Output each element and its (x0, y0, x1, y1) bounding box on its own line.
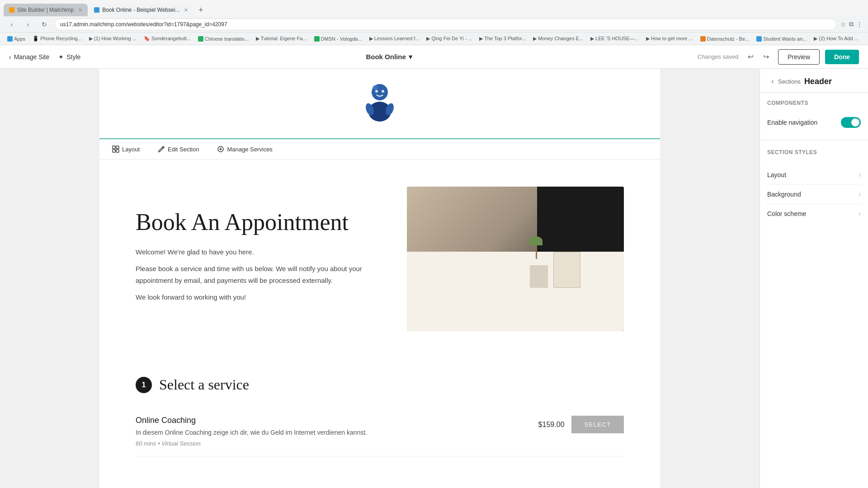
undo-button[interactable]: ↩ (744, 50, 757, 64)
enable-navigation-row: Enable navigation (767, 113, 861, 132)
desk-small-decoration (530, 265, 548, 288)
layout-toolbar-button[interactable]: Layout (108, 144, 143, 155)
tab2-label: Book Online - Beispiel Websei... (102, 7, 179, 13)
edit-icon (158, 145, 165, 153)
bookmarks-bar: Apps 📱 Phone Recycling... ▶ (1) How Work… (0, 33, 868, 45)
section-toolbar: Layout Edit Section (99, 138, 660, 160)
bookmark-tutorial[interactable]: ▶ Tutorial: Eigene Fa... (254, 35, 309, 42)
hero-image-inner (407, 187, 624, 331)
site-title-text: Book Online (366, 53, 406, 61)
manage-site-label: Manage Site (14, 53, 50, 61)
preview-button[interactable]: Preview (778, 49, 820, 65)
logo-character-icon (362, 82, 398, 123)
svg-rect-7 (113, 146, 115, 149)
layout-nav-label: Layout (767, 171, 786, 178)
extensions-icon[interactable]: ⧉ (849, 20, 854, 28)
bookmark-apps[interactable]: Apps (5, 35, 27, 42)
background-nav-label: Background (767, 191, 801, 198)
star-icon[interactable]: ☆ (840, 21, 846, 28)
service-section-title: Select a service (159, 376, 249, 393)
service-desc: In diesem Online Coaching zeige ich dir,… (136, 428, 538, 437)
service-price: $159.00 (538, 421, 565, 429)
hero-content: Book An Appointment Welcome! We're glad … (136, 209, 407, 308)
svg-rect-8 (116, 146, 119, 149)
tab1-label: Site Builder | Mailchimp (17, 7, 74, 13)
svg-rect-9 (113, 150, 115, 152)
components-title: Components (767, 100, 861, 106)
tab2-favicon (94, 7, 99, 13)
manage-site-button[interactable]: ‹ Manage Site (9, 53, 49, 61)
layout-nav-row[interactable]: Layout › (767, 165, 861, 185)
forward-button[interactable]: › (22, 18, 34, 31)
bookmark-how-get[interactable]: ▶ How to get more ... (644, 35, 695, 42)
desk-plant-decoration (536, 241, 537, 259)
hero-title: Book An Appointment (136, 209, 380, 235)
bookmark-sonder[interactable]: 🔖 Sonderangebotl... (142, 35, 193, 42)
changes-saved-label: Changes saved (698, 53, 738, 60)
back-button[interactable]: ‹ (5, 18, 18, 31)
service-name: Online Coaching (136, 416, 538, 425)
layout-icon (112, 145, 119, 153)
manage-services-button[interactable]: Manage Services (213, 144, 276, 155)
bookmark-phone[interactable]: 📱 Phone Recycling... (31, 35, 84, 42)
logo-area (99, 69, 660, 138)
browser-chrome: Site Builder | Mailchimp ✕ Book Online -… (0, 0, 868, 45)
tab1-favicon (9, 7, 14, 13)
browser-tab-2[interactable]: Book Online - Beispiel Websei... ✕ (89, 4, 193, 16)
hero-text-3: We look forward to working with you! (136, 291, 380, 303)
bookmark-lee[interactable]: ▶ LEE 'S HOUSE—... (589, 35, 641, 42)
enable-navigation-label: Enable navigation (767, 119, 817, 126)
service-item-0: Online Coaching In diesem Online Coachin… (136, 407, 624, 456)
hero-image (407, 187, 624, 331)
bookmark-chinese[interactable]: Chinese translatio... (196, 35, 250, 42)
edit-section-button[interactable]: Edit Section (154, 144, 203, 155)
bookmark-lessons[interactable]: ▶ Lessons Learned f... (368, 35, 421, 42)
bookmark-dmsn[interactable]: DMSN - Vologda... (312, 35, 364, 42)
browser-tab-1[interactable]: Site Builder | Mailchimp ✕ (4, 4, 88, 16)
right-panel: ‹ Sections Header Components Enable navi… (760, 69, 868, 488)
panel-section-styles: Section styles Layout › Background › Col… (760, 140, 868, 227)
style-button[interactable]: ✦ Style (58, 53, 80, 61)
services-section: 1 Select a service Online Coaching In di… (99, 358, 660, 474)
svg-point-6 (373, 85, 378, 90)
new-tab-button[interactable]: + (194, 4, 207, 16)
background-chevron-icon: › (859, 190, 861, 198)
bookmark-how-working[interactable]: ▶ (1) How Working ... (87, 35, 138, 42)
style-label: Style (66, 53, 80, 61)
site-title-dropdown[interactable]: Book Online ▾ (366, 53, 412, 61)
panel-back-button[interactable]: ‹ (767, 76, 778, 87)
service-meta: 60 mins • Virtual Session (136, 440, 538, 447)
color-scheme-nav-row[interactable]: Color scheme › (767, 204, 861, 223)
reload-button[interactable]: ↻ (38, 18, 51, 31)
bookmark-datenschutz[interactable]: Datenschutz - Be... (698, 35, 751, 42)
site-logo (362, 82, 398, 125)
services-icon (217, 145, 224, 153)
address-text: us17.admin.mailchimp.com/websites/editor… (60, 21, 227, 28)
done-button[interactable]: Done (825, 50, 859, 64)
bookmark-student[interactable]: Student Wants an... (755, 35, 808, 42)
enable-navigation-toggle[interactable] (841, 117, 861, 128)
tab1-close[interactable]: ✕ (78, 7, 82, 13)
bookmark-how-add[interactable]: ▶ (2) How To Add ... (812, 35, 860, 42)
main-content: Layout Edit Section (0, 69, 868, 488)
tab2-close[interactable]: ✕ (184, 7, 188, 13)
plant-leaf-decoration (529, 236, 542, 245)
bookmark-top3[interactable]: ▶ The Top 3 Platfor... (477, 35, 528, 42)
panel-components-section: Components Enable navigation (760, 93, 868, 140)
address-bar[interactable]: us17.admin.mailchimp.com/websites/editor… (54, 19, 837, 30)
background-nav-row[interactable]: Background › (767, 185, 861, 204)
desk-frame-decoration (553, 252, 580, 288)
hero-text-1: Welcome! We're glad to have you here. (136, 246, 380, 258)
redo-button[interactable]: ↪ (759, 50, 773, 64)
app-wrapper: ‹ Manage Site ✦ Style Book Online ▾ Chan… (0, 45, 868, 488)
menu-icon[interactable]: ⋮ (856, 21, 863, 28)
manage-services-label: Manage Services (227, 146, 272, 153)
color-scheme-chevron-icon: › (859, 210, 861, 218)
bookmark-qing[interactable]: ▶ Qing Fei De Yi - ... (425, 35, 474, 42)
svg-point-3 (382, 90, 384, 93)
sections-link[interactable]: Sections (778, 78, 801, 85)
select-service-button[interactable]: SELECT (571, 416, 624, 433)
bookmark-money[interactable]: ▶ Money Changes E... (531, 35, 585, 42)
arrow-left-icon: ‹ (9, 53, 11, 61)
toolbar-center: Book Online ▾ (80, 53, 697, 61)
